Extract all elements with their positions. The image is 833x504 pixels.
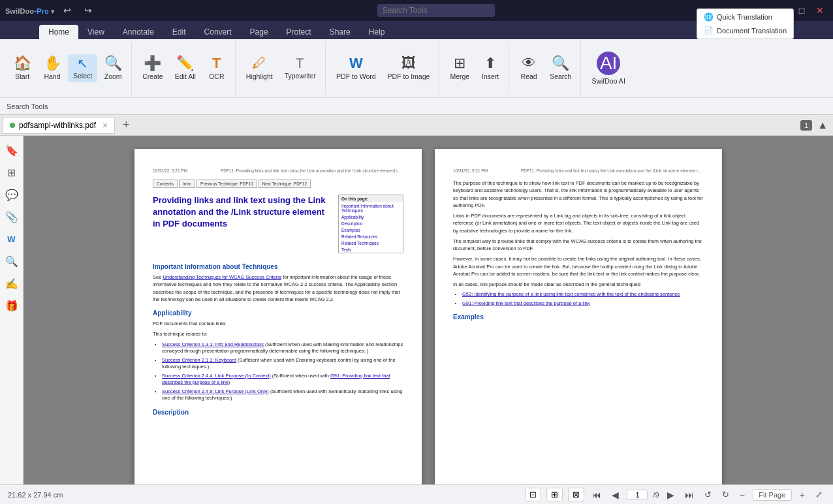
edit-all-button[interactable]: ✏️ Edit All — [170, 54, 201, 83]
single-page-view-button[interactable]: ⊡ — [525, 488, 541, 501]
toc-item-2[interactable]: Description — [339, 220, 403, 227]
zoom-in-button[interactable]: + — [797, 488, 808, 501]
highlight-button[interactable]: 🖊 Highlight — [241, 54, 278, 83]
toc-item-6[interactable]: Tests — [339, 246, 403, 253]
insert-button[interactable]: ⬆ Insert — [476, 54, 505, 83]
scroll-up-button[interactable]: ▲ — [817, 119, 828, 131]
toc-box: On this page: Important Information abou… — [338, 195, 403, 253]
rotate-left-button[interactable]: ↺ — [702, 488, 714, 501]
pdf-to-image-label: PDF to Image — [388, 72, 430, 80]
zoom-button[interactable]: 🔍 Zoom — [99, 54, 127, 83]
toc-item-3[interactable]: Examples — [339, 227, 403, 233]
typewriter-button[interactable]: Ꭲ Typewriter — [279, 54, 321, 82]
document-translation-item[interactable]: 📄 Document Translation — [697, 24, 793, 37]
sc-1-3-1-link[interactable]: Success Criterion 1.3.1: Info and Relati… — [162, 341, 264, 347]
sidebar-sign[interactable]: ✍ — [3, 274, 21, 292]
create-icon: ➕ — [144, 56, 161, 71]
last-page-button[interactable]: ⏭ — [682, 488, 697, 501]
tab-convert[interactable]: Convert — [195, 25, 241, 39]
zoom-icon: 🔍 — [104, 56, 122, 71]
quick-translate-icon: 🌐 — [704, 12, 714, 22]
fullscreen-button[interactable]: ⤢ — [813, 488, 825, 501]
sidebar-bookmark[interactable]: 🔖 — [3, 141, 21, 159]
sc-2-1-1-link[interactable]: Success Criterion 2.1.1: Keyboard — [162, 357, 236, 363]
tab-protect[interactable]: Protect — [277, 25, 321, 39]
sidebar-thumbnail[interactable]: ⊞ — [3, 163, 21, 181]
toc-item-5[interactable]: Related Techniques — [339, 240, 403, 246]
sc-2-4-9-link[interactable]: Success Criterion 2.4.9: Link Purpose (L… — [162, 388, 269, 394]
create-button[interactable]: ➕ Create — [137, 54, 168, 83]
nav-tab-next[interactable]: Next Technique: PDF12 — [259, 180, 311, 188]
app-subtitle: Pro — [37, 7, 48, 15]
sidebar-search[interactable]: 🔍 — [3, 252, 21, 270]
page-number-input[interactable] — [627, 490, 648, 500]
start-button[interactable]: 🏠 Start — [8, 54, 37, 83]
redo-button[interactable]: ↪ — [80, 3, 96, 18]
list-item-2: Success Criterion 2.4.4: Link Purpose (I… — [162, 373, 403, 386]
scroll-view-button[interactable]: ⊠ — [568, 488, 584, 501]
quick-translation-item[interactable]: 🌐 Quick Translation — [697, 10, 793, 24]
tab-edit[interactable]: Edit — [163, 25, 195, 39]
tab-home[interactable]: Home — [39, 25, 78, 39]
quick-translation-panel: 🌐 Quick Translation 📄 Document Translati… — [697, 8, 794, 39]
maximize-button[interactable]: □ — [794, 3, 809, 18]
highlight-label: Highlight — [246, 72, 273, 80]
nav-tab-previous[interactable]: Previous Technique: PDF10 — [196, 180, 257, 188]
search-button[interactable]: 🔍 Search — [544, 54, 576, 83]
sidebar-comment[interactable]: 💬 — [3, 185, 21, 204]
pdf-to-word-button[interactable]: W PDF to Word — [331, 54, 381, 83]
pdf-viewer[interactable]: 10/31/22, 5:21 PM PDF11: Providing links… — [24, 136, 833, 484]
document-tab[interactable]: pdfsampl-withlinks.pdf × — [3, 117, 115, 134]
select-button[interactable]: ↖ Select — [68, 54, 97, 82]
version-badge[interactable]: ▾ — [51, 8, 54, 15]
merge-button[interactable]: ⊞ Merge — [445, 54, 475, 83]
g91-link[interactable]: G91: Providing link text that describes … — [462, 300, 590, 306]
zoom-out-button[interactable]: − — [737, 488, 747, 501]
sc-2-4-4-link[interactable]: Success Criterion 2.4.4: Link Purpose (I… — [162, 373, 271, 379]
understanding-techniques-link[interactable]: Understanding Techniques for WCAG Succes… — [163, 274, 281, 280]
read-button[interactable]: 👁 Read — [514, 54, 543, 83]
two-page-view-button[interactable]: ⊞ — [546, 488, 563, 501]
status-bar-right: ⊡ ⊞ ⊠ ⏮ ◀ /9 ▶ ⏭ ↺ ↻ − Fit Page + ⤢ — [525, 488, 825, 501]
next-page-button[interactable]: ▶ — [665, 488, 677, 501]
close-button[interactable]: ✕ — [812, 3, 828, 18]
first-page-button[interactable]: ⏮ — [589, 488, 604, 501]
nav-tab-contents[interactable]: Contents — [153, 180, 178, 188]
sidebar-attachment[interactable]: 📎 — [3, 208, 21, 226]
doc-tab-status-dot — [10, 123, 15, 128]
sidebar-gift[interactable]: 🎁 — [3, 296, 21, 315]
pdf-to-image-button[interactable]: 🖼 PDF to Image — [383, 54, 435, 83]
tab-annotate[interactable]: Annotate — [114, 25, 163, 39]
toc-item-4[interactable]: Related Resources — [339, 233, 403, 240]
ribbon-group-ai: AI SwifDoo AI — [582, 42, 634, 95]
tab-share[interactable]: Share — [321, 25, 360, 39]
prev-page-button[interactable]: ◀ — [609, 488, 621, 501]
nav-tab-intro[interactable]: Intro — [179, 180, 195, 188]
merge-label: Merge — [450, 72, 469, 80]
tab-view[interactable]: View — [78, 25, 114, 39]
tab-page[interactable]: Page — [241, 25, 277, 39]
search-tools-input[interactable] — [377, 4, 495, 17]
undo-button[interactable]: ↩ — [59, 3, 75, 18]
doc-tab-close-icon[interactable]: × — [102, 120, 108, 131]
rotate-right-button[interactable]: ↻ — [719, 488, 732, 501]
select-icon: ↖ — [77, 57, 88, 70]
hand-button[interactable]: ✋ Hand — [38, 54, 67, 83]
page2-para5: In all cases, link purpose should be mad… — [453, 281, 704, 288]
page1-list: Success Criterion 1.3.1: Info and Relati… — [162, 341, 403, 402]
toc-header: On this page: — [339, 195, 403, 202]
doc-tab-filename: pdfsampl-withlinks.pdf — [19, 121, 96, 130]
sidebar-word[interactable]: W — [3, 230, 21, 248]
tab-help[interactable]: Help — [360, 25, 394, 39]
add-tab-button[interactable]: + — [118, 117, 134, 134]
ocr-button[interactable]: T OCR — [202, 54, 231, 83]
toc-item-1[interactable]: Applicability — [339, 213, 403, 220]
list-item-0: Success Criterion 1.3.1: Info and Relati… — [162, 341, 403, 355]
total-pages: /9 — [653, 491, 659, 499]
page1-header-title: PDF11: Providing links and link text usi… — [221, 168, 403, 173]
page1-para2: PDF documents that contain links — [153, 320, 403, 327]
page2-para1: The purpose of this technique is to show… — [453, 180, 704, 209]
toc-item-0[interactable]: Important Information about Techniques — [339, 202, 403, 213]
g53-link[interactable]: G53: Identifying the purpose of a link u… — [462, 291, 680, 297]
swiftdoo-ai-button[interactable]: AI SwifDoo AI — [586, 49, 630, 87]
